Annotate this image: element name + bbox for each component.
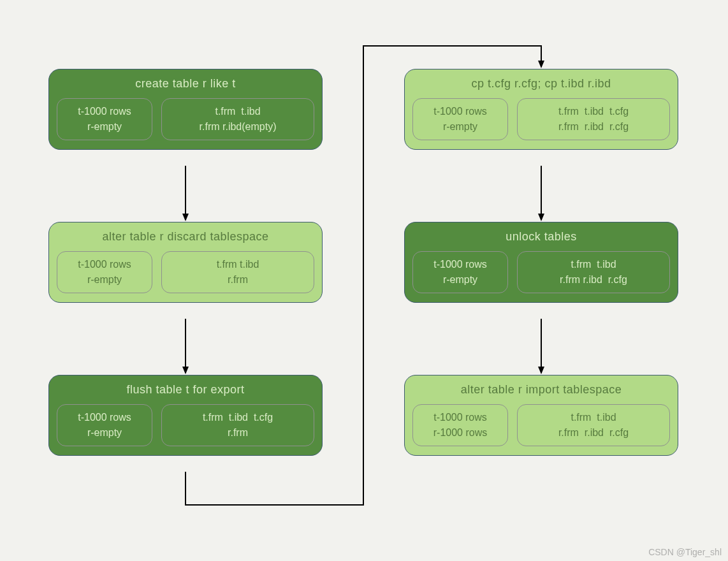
files-box: t.frm t.ibd r.frm r.ibd r.cfg [517,404,670,446]
node-title: unlock tables [412,230,670,244]
watermark: CSDN @Tiger_shl [648,547,722,557]
flow-node-n4: cp t.cfg r.cfg; cp t.ibd r.ibdt-1000 row… [404,69,678,150]
flow-node-n5: unlock tablest-1000 rows r-emptyt.frm t.… [404,222,678,303]
node-title: alter table r import tablespace [412,383,670,397]
rows-box: t-1000 rows r-empty [57,98,152,140]
rows-box: t-1000 rows r-empty [412,98,508,140]
flow-node-n3: flush table t for exportt-1000 rows r-em… [48,375,323,456]
node-body: t-1000 rows r-emptyt.frm t.ibd r.frm r.i… [412,251,670,293]
node-title: flush table t for export [57,383,314,397]
rows-box: t-1000 rows r-1000 rows [412,404,508,446]
node-body: t-1000 rows r-1000 rowst.frm t.ibd r.frm… [412,404,670,446]
node-title: alter table r discard tablespace [57,230,314,244]
files-box: t.frm t.ibd t.cfg r.frm r.ibd r.cfg [517,98,670,140]
files-box: t.frm t.ibd r.frm r.ibd(empty) [161,98,314,140]
flow-node-n6: alter table r import tablespacet-1000 ro… [404,375,678,456]
rows-box: t-1000 rows r-empty [57,251,152,293]
flow-node-n1: create table r like tt-1000 rows r-empty… [48,69,323,150]
files-box: t.frm t.ibd r.frm r.ibd r.cfg [517,251,670,293]
node-body: t-1000 rows r-emptyt.frm t.ibd t.cfg r.f… [412,98,670,140]
files-box: t.frm t.ibd r.frm [161,251,314,293]
flow-node-n2: alter table r discard tablespacet-1000 r… [48,222,323,303]
node-body: t-1000 rows r-emptyt.frm t.ibd t.cfg r.f… [57,404,314,446]
files-box: t.frm t.ibd t.cfg r.frm [161,404,314,446]
node-body: t-1000 rows r-emptyt.frm t.ibd r.frm [57,251,314,293]
rows-box: t-1000 rows r-empty [412,251,508,293]
node-title: cp t.cfg r.cfg; cp t.ibd r.ibd [412,77,670,91]
node-body: t-1000 rows r-emptyt.frm t.ibd r.frm r.i… [57,98,314,140]
node-title: create table r like t [57,77,314,91]
rows-box: t-1000 rows r-empty [57,404,152,446]
